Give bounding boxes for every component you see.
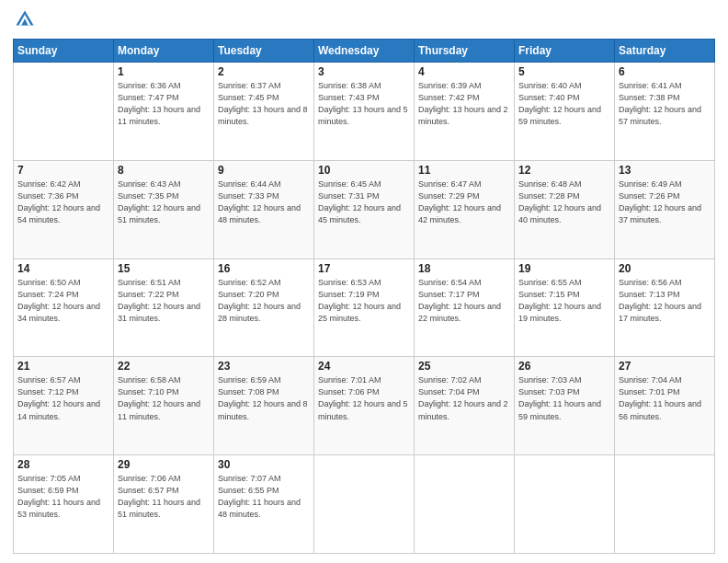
day-cell: 23 Sunrise: 6:59 AM Sunset: 7:08 PM Dayl… <box>214 357 314 455</box>
day-info: Sunrise: 6:52 AM Sunset: 7:20 PM Dayligh… <box>218 277 310 325</box>
day-number: 24 <box>318 360 410 373</box>
header-monday: Monday <box>114 40 214 63</box>
day-cell: 14 Sunrise: 6:50 AM Sunset: 7:24 PM Dayl… <box>14 259 114 357</box>
sunset-text: Sunset: 7:43 PM <box>318 92 410 104</box>
day-cell: 26 Sunrise: 7:03 AM Sunset: 7:03 PM Dayl… <box>515 357 615 455</box>
day-number: 10 <box>318 164 410 177</box>
sunrise-text: Sunrise: 6:53 AM <box>318 277 410 289</box>
day-cell: 1 Sunrise: 6:36 AM Sunset: 7:47 PM Dayli… <box>114 63 214 161</box>
daylight-text: Daylight: 11 hours and 56 minutes. <box>619 398 711 422</box>
daylight-text: Daylight: 12 hours and 54 minutes. <box>17 202 109 226</box>
day-info: Sunrise: 7:05 AM Sunset: 6:59 PM Dayligh… <box>17 473 109 521</box>
daylight-text: Daylight: 12 hours and 5 minutes. <box>318 398 410 422</box>
day-info: Sunrise: 7:03 AM Sunset: 7:03 PM Dayligh… <box>518 374 610 422</box>
day-info: Sunrise: 6:43 AM Sunset: 7:35 PM Dayligh… <box>118 178 210 226</box>
sunrise-text: Sunrise: 7:04 AM <box>619 374 711 386</box>
daylight-text: Daylight: 12 hours and 2 minutes. <box>418 398 510 422</box>
sunset-text: Sunset: 7:04 PM <box>418 386 510 398</box>
sunset-text: Sunset: 7:19 PM <box>318 289 410 301</box>
day-number: 25 <box>418 360 510 373</box>
sunrise-text: Sunrise: 6:56 AM <box>619 277 711 289</box>
day-number: 3 <box>318 65 410 78</box>
day-cell <box>515 455 615 554</box>
daylight-text: Daylight: 12 hours and 31 minutes. <box>118 301 210 325</box>
day-info: Sunrise: 6:45 AM Sunset: 7:31 PM Dayligh… <box>318 178 410 226</box>
sunrise-text: Sunrise: 6:39 AM <box>418 80 510 92</box>
daylight-text: Daylight: 12 hours and 8 minutes. <box>218 398 310 422</box>
day-cell: 28 Sunrise: 7:05 AM Sunset: 6:59 PM Dayl… <box>14 455 114 554</box>
day-info: Sunrise: 6:49 AM Sunset: 7:26 PM Dayligh… <box>619 178 711 226</box>
day-number: 15 <box>118 262 210 275</box>
day-cell: 7 Sunrise: 6:42 AM Sunset: 7:36 PM Dayli… <box>14 160 114 259</box>
day-cell: 22 Sunrise: 6:58 AM Sunset: 7:10 PM Dayl… <box>114 357 214 455</box>
sunset-text: Sunset: 7:17 PM <box>418 289 510 301</box>
header-friday: Friday <box>515 40 615 63</box>
day-number: 4 <box>418 65 510 78</box>
day-cell <box>615 455 715 554</box>
day-number: 11 <box>418 164 510 177</box>
sunset-text: Sunset: 7:06 PM <box>318 386 410 398</box>
sunset-text: Sunset: 7:20 PM <box>218 289 310 301</box>
day-cell: 15 Sunrise: 6:51 AM Sunset: 7:22 PM Dayl… <box>114 259 214 357</box>
sunrise-text: Sunrise: 6:42 AM <box>17 178 109 190</box>
day-cell: 21 Sunrise: 6:57 AM Sunset: 7:12 PM Dayl… <box>14 357 114 455</box>
day-cell: 25 Sunrise: 7:02 AM Sunset: 7:04 PM Dayl… <box>415 357 515 455</box>
sunrise-text: Sunrise: 6:58 AM <box>118 374 210 386</box>
day-cell <box>314 455 415 554</box>
sunset-text: Sunset: 7:28 PM <box>518 190 610 202</box>
day-info: Sunrise: 6:48 AM Sunset: 7:28 PM Dayligh… <box>518 178 610 226</box>
daylight-text: Daylight: 11 hours and 48 minutes. <box>218 497 310 521</box>
day-info: Sunrise: 6:36 AM Sunset: 7:47 PM Dayligh… <box>118 80 210 128</box>
day-number: 19 <box>518 262 610 275</box>
week-row-5: 28 Sunrise: 7:05 AM Sunset: 6:59 PM Dayl… <box>14 455 715 554</box>
day-info: Sunrise: 6:38 AM Sunset: 7:43 PM Dayligh… <box>318 80 410 128</box>
sunset-text: Sunset: 7:12 PM <box>17 386 109 398</box>
day-cell <box>14 63 114 161</box>
daylight-text: Daylight: 12 hours and 59 minutes. <box>518 104 610 128</box>
sunset-text: Sunset: 7:40 PM <box>518 92 610 104</box>
sunrise-text: Sunrise: 7:01 AM <box>318 374 410 386</box>
day-number: 7 <box>17 164 109 177</box>
daylight-text: Daylight: 12 hours and 57 minutes. <box>619 104 711 128</box>
header-tuesday: Tuesday <box>214 40 314 63</box>
day-cell: 18 Sunrise: 6:54 AM Sunset: 7:17 PM Dayl… <box>415 259 515 357</box>
daylight-text: Daylight: 13 hours and 2 minutes. <box>418 104 510 128</box>
header <box>13 9 715 33</box>
sunrise-text: Sunrise: 6:38 AM <box>318 80 410 92</box>
header-sunday: Sunday <box>14 40 114 63</box>
week-row-3: 14 Sunrise: 6:50 AM Sunset: 7:24 PM Dayl… <box>14 259 715 357</box>
daylight-text: Daylight: 12 hours and 45 minutes. <box>318 202 410 226</box>
sunset-text: Sunset: 7:24 PM <box>17 289 109 301</box>
day-cell: 16 Sunrise: 6:52 AM Sunset: 7:20 PM Dayl… <box>214 259 314 357</box>
sunrise-text: Sunrise: 6:45 AM <box>318 178 410 190</box>
daylight-text: Daylight: 12 hours and 19 minutes. <box>518 301 610 325</box>
day-cell: 20 Sunrise: 6:56 AM Sunset: 7:13 PM Dayl… <box>615 259 715 357</box>
sunrise-text: Sunrise: 6:47 AM <box>418 178 510 190</box>
day-number: 20 <box>619 262 711 275</box>
day-info: Sunrise: 7:02 AM Sunset: 7:04 PM Dayligh… <box>418 374 510 422</box>
day-cell: 6 Sunrise: 6:41 AM Sunset: 7:38 PM Dayli… <box>615 63 715 161</box>
day-info: Sunrise: 6:59 AM Sunset: 7:08 PM Dayligh… <box>218 374 310 422</box>
day-info: Sunrise: 7:06 AM Sunset: 6:57 PM Dayligh… <box>118 473 210 521</box>
day-info: Sunrise: 6:58 AM Sunset: 7:10 PM Dayligh… <box>118 374 210 422</box>
sunset-text: Sunset: 7:29 PM <box>418 190 510 202</box>
header-saturday: Saturday <box>615 40 715 63</box>
daylight-text: Daylight: 13 hours and 5 minutes. <box>318 104 410 128</box>
day-number: 23 <box>218 360 310 373</box>
day-info: Sunrise: 6:40 AM Sunset: 7:40 PM Dayligh… <box>518 80 610 128</box>
daylight-text: Daylight: 13 hours and 8 minutes. <box>218 104 310 128</box>
sunset-text: Sunset: 7:31 PM <box>318 190 410 202</box>
day-info: Sunrise: 6:54 AM Sunset: 7:17 PM Dayligh… <box>418 277 510 325</box>
daylight-text: Daylight: 12 hours and 17 minutes. <box>619 301 711 325</box>
day-cell: 10 Sunrise: 6:45 AM Sunset: 7:31 PM Dayl… <box>314 160 415 259</box>
day-number: 9 <box>218 164 310 177</box>
day-info: Sunrise: 6:41 AM Sunset: 7:38 PM Dayligh… <box>619 80 711 128</box>
header-thursday: Thursday <box>415 40 515 63</box>
day-cell: 11 Sunrise: 6:47 AM Sunset: 7:29 PM Dayl… <box>415 160 515 259</box>
sunrise-text: Sunrise: 6:49 AM <box>619 178 711 190</box>
week-row-2: 7 Sunrise: 6:42 AM Sunset: 7:36 PM Dayli… <box>14 160 715 259</box>
day-number: 26 <box>518 360 610 373</box>
day-number: 13 <box>619 164 711 177</box>
day-number: 2 <box>218 65 310 78</box>
day-number: 29 <box>118 458 210 471</box>
